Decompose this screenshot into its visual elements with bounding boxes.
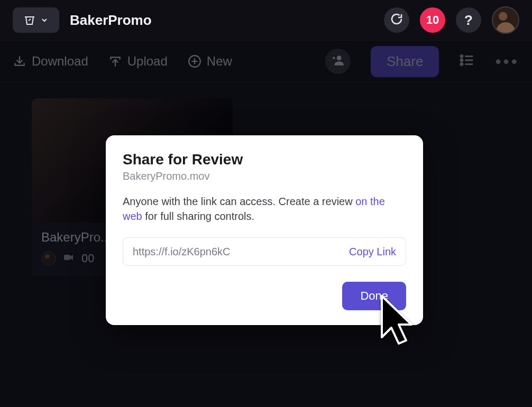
help-button[interactable]: ? — [456, 7, 481, 33]
modal-filename: BakeryPromo.mov — [123, 170, 406, 182]
toolbar: Download Upload New — [0, 40, 532, 82]
new-label: New — [207, 54, 232, 69]
bucket-icon — [23, 14, 36, 26]
user-avatar[interactable] — [492, 6, 519, 34]
modal-description: Anyone with the link can access. Create … — [123, 194, 406, 224]
svg-point-4 — [461, 59, 463, 61]
project-switcher[interactable] — [13, 7, 59, 33]
share-url-input[interactable] — [133, 246, 343, 258]
new-button[interactable]: New — [188, 54, 232, 69]
project-title: BakerPromo — [70, 12, 152, 29]
add-user-button[interactable] — [325, 49, 351, 74]
svg-point-6 — [461, 63, 463, 66]
plus-circle-icon — [188, 54, 201, 68]
modal-title: Share for Review — [123, 151, 406, 168]
share-label: Share — [387, 53, 423, 69]
svg-point-1 — [337, 56, 342, 60]
svg-point-2 — [461, 56, 463, 58]
modal-desc-text-2: for full sharing controls. — [142, 210, 254, 222]
more-icon: ••• — [495, 52, 519, 71]
list-icon — [459, 52, 475, 70]
download-button[interactable]: Download — [13, 54, 88, 69]
share-button[interactable]: Share — [371, 46, 439, 77]
upload-button[interactable]: Upload — [108, 54, 168, 69]
upload-icon — [108, 54, 122, 68]
asset-duration: 00 — [81, 252, 94, 265]
notification-badge[interactable]: 10 — [420, 7, 445, 33]
download-label: Download — [32, 54, 88, 69]
share-review-modal: Share for Review BakeryPromo.mov Anyone … — [106, 135, 423, 325]
svg-rect-8 — [64, 255, 70, 260]
list-view-button[interactable] — [459, 52, 475, 70]
chevron-down-icon — [40, 16, 49, 24]
modal-desc-text-1: Anyone with the link can access. Create … — [123, 196, 355, 207]
refresh-icon — [390, 13, 403, 27]
help-icon: ? — [464, 12, 473, 29]
notification-count: 10 — [426, 13, 439, 27]
done-button[interactable]: Done — [342, 282, 406, 310]
more-button[interactable]: ••• — [495, 52, 519, 71]
share-link-field: Copy Link — [123, 237, 406, 266]
app-header: BakerPromo 10 ? — [0, 0, 532, 40]
refresh-button[interactable] — [384, 7, 409, 33]
copy-link-button[interactable]: Copy Link — [349, 246, 396, 258]
add-user-icon — [331, 53, 345, 69]
upload-label: Upload — [127, 54, 168, 69]
download-icon — [13, 54, 26, 68]
video-icon — [62, 251, 75, 266]
asset-owner-avatar — [41, 251, 56, 266]
